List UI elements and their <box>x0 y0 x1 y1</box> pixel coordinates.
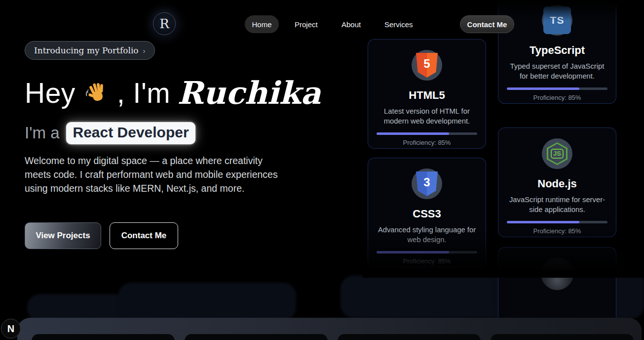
skill-description: Latest version of HTML for modern web de… <box>377 106 477 126</box>
skill-title: HTML5 <box>409 89 445 102</box>
bottom-card <box>32 334 175 340</box>
circle-icon <box>541 257 573 290</box>
nav-contact-me-button[interactable]: Contact Me <box>460 15 514 33</box>
nav-item-label: Home <box>252 20 271 29</box>
nodejs-icon: JS <box>542 138 572 169</box>
proficiency-label: Proficiency: 85% <box>403 257 451 265</box>
logo-letter: R <box>159 16 169 31</box>
skill-description: Advanced styling language for web design… <box>377 225 477 245</box>
nav-contact-label: Contact Me <box>467 20 507 29</box>
css3-shield-icon: 3 <box>416 171 438 196</box>
proficiency-bar <box>507 221 607 223</box>
skill-card-html5: 5 HTML5 Latest version of HTML for moder… <box>368 39 486 149</box>
skill-card-nodejs: JS Node.js JavaScript runtime for server… <box>498 128 616 237</box>
proficiency-label: Proficiency: 85% <box>403 139 451 146</box>
skill-description: JavaScript runtime for server-side appli… <box>507 195 607 214</box>
nav-item-label: Services <box>384 20 413 29</box>
nav-item-services[interactable]: Services <box>384 15 413 33</box>
html5-icon: 5 <box>412 50 442 81</box>
nav-item-home[interactable]: Home <box>245 15 279 33</box>
bottom-card <box>491 334 634 340</box>
proficiency-bar-fill <box>507 221 579 223</box>
nav-item-label: About <box>341 20 361 29</box>
nodejs-icon-glyph: JS <box>551 149 564 159</box>
nav-item-label: Project <box>295 20 318 29</box>
nodejs-hexagon-icon: JS <box>547 142 568 165</box>
skill-description: Typed superset of JavaScript for better … <box>507 61 607 81</box>
nextjs-n-icon: N <box>7 323 14 335</box>
bottom-card <box>185 334 328 340</box>
skill-card-css3: 3 CSS3 Advanced styling language for web… <box>368 158 486 267</box>
proficiency-bar <box>377 132 477 135</box>
logo-monogram[interactable]: R <box>150 9 179 39</box>
proficiency-bar-fill <box>507 87 579 90</box>
bottom-card <box>338 334 481 340</box>
proficiency-bar-fill <box>377 251 449 254</box>
skill-title: CSS3 <box>413 208 441 220</box>
html5-shield-icon: 5 <box>416 53 438 78</box>
proficiency-label: Proficiency: 85% <box>533 227 581 235</box>
skill-title: TypeScript <box>530 44 585 57</box>
nav-item-project[interactable]: Project <box>295 15 318 33</box>
proficiency-bar-fill <box>377 132 449 135</box>
proficiency-bar <box>507 87 607 90</box>
skill-title: Node.js <box>537 177 576 190</box>
proficiency-label: Proficiency: 85% <box>533 94 581 101</box>
proficiency-bar <box>377 251 477 254</box>
css3-icon: 3 <box>412 169 442 199</box>
top-navigation: R Home Project About Services Contact Me <box>0 0 644 36</box>
nav-item-about[interactable]: About <box>341 15 361 33</box>
bottom-section-panel <box>17 318 642 340</box>
skills-section: TS TypeScript Typed superset of JavaScri… <box>0 0 644 340</box>
nextjs-dev-badge[interactable]: N <box>1 319 21 339</box>
